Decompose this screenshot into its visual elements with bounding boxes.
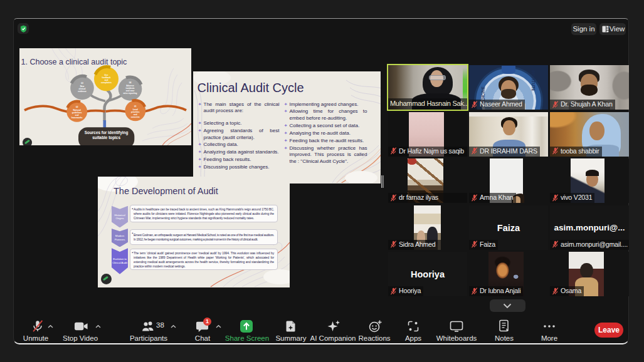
svg-text:04: 04 (129, 81, 131, 84)
svg-text:complaints: complaints (101, 81, 112, 84)
svg-text:evidence: evidence (78, 90, 87, 93)
svg-text:Sources for identifying: Sources for identifying (84, 130, 128, 135)
svg-text:suitable topics: suitable topics (92, 135, 120, 140)
svg-text:02: 02 (75, 106, 78, 108)
svg-text:concerns: concerns (130, 116, 139, 118)
svg-text:frameworks: frameworks (71, 116, 82, 119)
svg-text:03: 03 (81, 82, 83, 85)
svg-text:miss reporting: miss reporting (123, 92, 137, 95)
svg-text:01: 01 (134, 105, 137, 108)
